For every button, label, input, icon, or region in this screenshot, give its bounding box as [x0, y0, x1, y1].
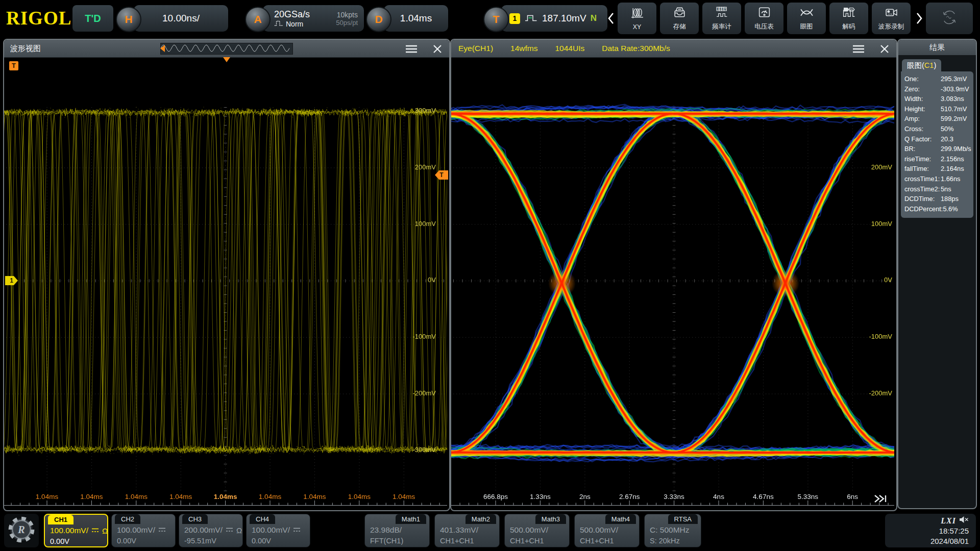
eye-results-tab[interactable]: 眼图(C1) [902, 59, 941, 71]
x-axis-label: 1.04ms [115, 493, 158, 500]
collapse-results-icon[interactable] [874, 494, 888, 505]
toolbar-label: 存储 [673, 22, 686, 31]
measurement-label: Height: [904, 104, 941, 114]
sample-rate: 20GSa/s [274, 9, 310, 20]
math-card-math1[interactable]: Math123.98dB/FFT(CH1) [364, 514, 430, 547]
waveform-panel-title: 波形视图 [10, 40, 41, 57]
measurement-row: DCDTime:188ps [904, 194, 970, 204]
toolbar-scroll-left-icon[interactable] [607, 12, 615, 25]
x-axis-label: 1.33ns [519, 493, 561, 500]
rtsa-tab: RTSA [668, 514, 698, 524]
measurement-label: crossTime2: [904, 184, 941, 194]
channel-tab: CH3 [182, 514, 208, 524]
lxi-logo: LXI [941, 516, 956, 526]
toolbar-button-voltmeter[interactable]: 电压表 [745, 3, 783, 34]
measurement-label: Cross: [904, 124, 941, 134]
toolbar-button-counter[interactable]: 1234频率计 [702, 3, 741, 34]
channel-card-ch3[interactable]: CH3200.00mV/Ω-95.51mV [179, 514, 243, 547]
x-axis-label: 1.04ms [159, 493, 202, 500]
results-title: 结果 [898, 40, 976, 55]
close-icon[interactable] [433, 44, 442, 56]
channel-card-ch4[interactable]: CH4100.00mV/0.00V [246, 514, 310, 547]
y-axis-label: -200mV [405, 389, 436, 397]
toolbar-button-eye[interactable]: 眼图 [787, 3, 826, 34]
measurement-value: 299.9Mb/s [941, 144, 971, 154]
trigger-status-chip[interactable]: T'D [72, 5, 113, 32]
measurement-row: Cross:50% [904, 124, 970, 134]
toolbar-button-storage[interactable]: 存储 [660, 3, 699, 34]
acquire-pill[interactable]: 20GSa/s Norm 10kpts 50ps/pt [263, 5, 364, 32]
horizontal-scale-value: 10.00ns/ [162, 13, 200, 24]
channel-tab: CH2 [115, 514, 140, 524]
preview-sine-icon [161, 43, 291, 53]
trigger-slope: N [591, 13, 597, 23]
dc-coupling-icon [293, 525, 301, 535]
measurement-row: Zero:-303.9mV [904, 84, 970, 94]
dc-coupling-icon [91, 526, 99, 535]
speaker-muted-icon[interactable] [959, 516, 969, 526]
x-axis-label: 1.04ms [70, 493, 113, 500]
waveform-panel-header[interactable]: 波形视图 [4, 40, 449, 58]
toolbar-label: 解码 [843, 22, 855, 31]
math-card-math2[interactable]: Math2401.33mV/CH1+CH1 [434, 514, 500, 547]
math-source: CH1+CH1 [510, 537, 544, 545]
toolbar-button-xy[interactable]: XY [618, 3, 656, 34]
measurement-value: 5.6% [943, 204, 970, 214]
measurement-row: Amp:599.2mV [904, 114, 970, 124]
channel-card-ch2[interactable]: CH2100.00mV/0.00V [111, 514, 176, 547]
toolbar-label: XY [633, 23, 642, 31]
eye-measurements-panel: One:295.3mVZero:-303.9mVWidth:3.083nsHei… [901, 71, 973, 218]
trigger-position-icon[interactable] [223, 57, 230, 62]
y-axis-label: 200mV [862, 163, 892, 171]
measurement-value: 188ps [941, 194, 970, 204]
measurement-value: 20.3 [941, 134, 970, 144]
measurement-label: Zero: [904, 84, 941, 94]
eye-uis: 1044UIs [555, 44, 584, 53]
channel-card-ch1[interactable]: CH1100.00mV/Ω0.00V [44, 514, 108, 547]
math-card-math4[interactable]: Math4500.00mV/CH1+CH1 [574, 514, 640, 547]
toolbar-label: 波形录制 [878, 22, 904, 31]
channel-scale: 100.00mV/ [50, 526, 88, 535]
decode-icon [842, 6, 856, 21]
trigger-pill[interactable]: 1 187.10mV N [501, 5, 607, 32]
horizontal-knob[interactable]: H [116, 7, 141, 32]
x-axis-label: 1.04ms [204, 493, 247, 500]
menu-icon[interactable] [852, 45, 865, 55]
horizontal-scale-pill[interactable]: 10.00ns/ [134, 5, 228, 32]
eye-data-rate: Data Rate:300Mb/s [602, 44, 670, 53]
acquire-knob[interactable]: A [245, 7, 271, 32]
measurement-row: crossTime2:5ns [904, 184, 970, 194]
eye-wfms: 14wfms [510, 44, 537, 53]
y-axis-label: 300mV [405, 107, 436, 114]
clock-block: LXI 18:57:25 2024/08/01 [885, 514, 976, 547]
rigol-gear-logo[interactable]: R [4, 514, 39, 547]
channel-offset: 0.00V [50, 537, 69, 545]
delay-knob[interactable]: D [366, 7, 391, 32]
measurement-row: One:295.3mV [904, 74, 970, 84]
eye-panel-header[interactable]: Eye(CH1) 14wfms 1044UIs Data Rate:300Mb/… [451, 40, 896, 58]
close-icon[interactable] [880, 44, 889, 56]
eye-diagram-plot[interactable] [451, 57, 894, 509]
measurement-value: 599.2mV [941, 114, 970, 124]
math-source: CH1+CH1 [580, 537, 614, 545]
toolbar-label: 电压表 [754, 22, 774, 31]
waveform-refresh-icon[interactable] [926, 3, 973, 34]
math-card-math3[interactable]: Math3500.00mV/CH1+CH1 [504, 514, 570, 547]
y-axis-label: 0V [405, 276, 436, 284]
rtsa-card[interactable]: RTSAC: 500MHzS: 20kHz [644, 514, 701, 547]
measurement-label: crossTime1: [904, 174, 941, 184]
measurement-row: BR:299.9Mb/s [904, 144, 970, 154]
toolbar-button-record[interactable]: 波形录制 [872, 3, 911, 34]
acquire-mode-icon [274, 20, 283, 28]
oscilloscope-screen: RIGOL T'D H 10.00ns/ A 20GSa/s Norm 10kp… [0, 0, 980, 551]
menu-icon[interactable] [405, 45, 418, 55]
waveform-plot[interactable] [4, 57, 447, 509]
toolbar-button-decode[interactable]: 解码 [829, 3, 868, 34]
toolbar-scroll-right-icon[interactable] [916, 12, 923, 25]
waveform-preview-strip[interactable] [160, 43, 293, 55]
delay-pill[interactable]: 1.04ms [384, 5, 448, 32]
trigger-knob[interactable]: T [483, 7, 509, 32]
y-axis-label: -100mV [405, 333, 436, 340]
trigger-source-badge: 1 [509, 13, 520, 24]
voltmeter-icon [757, 6, 771, 21]
